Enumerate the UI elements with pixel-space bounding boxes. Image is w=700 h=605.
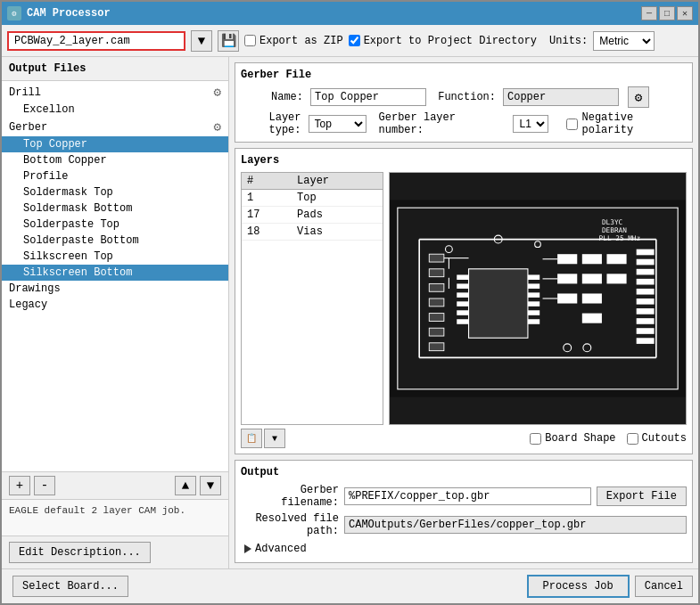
advanced-row[interactable]: Advanced [241, 541, 687, 557]
board-shape-checkbox-label[interactable]: Board Shape [530, 432, 615, 445]
process-job-button[interactable]: Process Job [527, 575, 630, 598]
negative-polarity-text: Negative polarity [581, 111, 687, 136]
negative-polarity-label[interactable]: Negative polarity [566, 111, 687, 136]
gerber-layer-number-label: Gerber layer number: [379, 111, 503, 136]
move-up-button[interactable]: ▲ [175, 476, 196, 495]
svg-rect-43 [429, 328, 444, 336]
tree-item-solderpaste-top[interactable]: Solderpaste Top [2, 217, 228, 233]
layers-section: Layers # Layer 1 [235, 148, 693, 454]
tree-item-bottom-copper[interactable]: Bottom Copper [2, 152, 228, 168]
gerber-file-section: Gerber File Name: Function: ⚙ Layer type… [235, 62, 693, 143]
layer-page-button[interactable]: 📋 [241, 429, 262, 448]
app-icon: ⚙ [7, 6, 21, 20]
table-row[interactable]: 18 Vias [242, 224, 383, 241]
layers-table-area: # Layer 1 Top 17 [241, 172, 383, 425]
svg-rect-32 [582, 254, 602, 264]
tree-category-drill[interactable]: Drill ⚙ [2, 83, 228, 102]
svg-rect-39 [429, 269, 444, 277]
cancel-button[interactable]: Cancel [635, 576, 693, 597]
export-project-checkbox-label[interactable]: Export to Project Directory [349, 35, 537, 47]
cam-processor-window: ⚙ CAM Processor ─ □ ✕ ▼ 💾 Export as ZIP … [0, 0, 700, 605]
description-area: EAGLE default 2 layer CAM job. [2, 500, 228, 536]
maximize-button[interactable]: □ [659, 6, 675, 20]
cutouts-text: Cutouts [642, 432, 687, 445]
row-num: 17 [242, 207, 292, 224]
tree-item-top-copper[interactable]: Top Copper [2, 136, 228, 152]
svg-rect-12 [637, 308, 655, 315]
row-layer: Pads [292, 207, 383, 224]
drill-gear-icon[interactable]: ⚙ [214, 85, 221, 100]
output-title: Output [241, 466, 687, 478]
units-label: Units: [549, 35, 588, 47]
gerber-name-input[interactable] [310, 88, 426, 106]
gerber-function-input [503, 88, 619, 106]
col-layer: Layer [292, 173, 383, 190]
select-board-button[interactable]: Select Board... [12, 576, 128, 597]
gerber-function-label: Function: [433, 91, 496, 103]
table-row[interactable]: 17 Pads [242, 207, 383, 224]
tree-item-soldermask-top[interactable]: Soldermask Top [2, 184, 228, 200]
export-zip-checkbox[interactable] [244, 35, 256, 46]
edit-description-button[interactable]: Edit Description... [9, 542, 151, 563]
layers-icon-row: 📋 ▼ [241, 429, 285, 448]
function-gear-icon[interactable]: ⚙ [628, 86, 649, 108]
close-button[interactable]: ✕ [677, 6, 693, 20]
tree-item-solderpaste-bottom[interactable]: Solderpaste Bottom [2, 233, 228, 249]
row-num: 18 [242, 224, 292, 241]
move-down-button[interactable]: ▼ [200, 476, 221, 495]
export-zip-label: Export as ZIP [259, 35, 343, 47]
tree-item-drawings[interactable]: Drawings [2, 281, 228, 297]
cutouts-checkbox-label[interactable]: Cutouts [627, 432, 687, 445]
tree-category-gerber[interactable]: Gerber ⚙ [2, 118, 228, 136]
gerber-layer-number-select[interactable]: L1 L2 [513, 115, 548, 133]
add-button[interactable]: + [9, 476, 30, 495]
gerber-gear-icon[interactable]: ⚙ [214, 119, 221, 135]
layers-title: Layers [241, 154, 687, 167]
layer-down-icon[interactable]: ▼ [264, 429, 285, 448]
gerber-filename-row: Gerber filename: Export File [241, 484, 687, 509]
export-file-button[interactable]: Export File [597, 486, 687, 506]
board-shape-text: Board Shape [545, 432, 615, 445]
output-section: Output Gerber filename: Export File Reso… [235, 460, 693, 563]
main-content: Output Files Drill ⚙ Excellon Gerber ⚙ T… [2, 57, 698, 568]
svg-rect-24 [528, 283, 539, 289]
svg-rect-41 [429, 298, 444, 307]
tree-item-soldermask-bottom[interactable]: Soldermask Bottom [2, 200, 228, 217]
tree-item-profile[interactable]: Profile [2, 168, 228, 184]
tree-item-silkscreen-bottom[interactable]: Silkscreen Bottom [2, 265, 228, 281]
units-select[interactable]: Metric Imperial [593, 31, 655, 51]
advanced-label: Advanced [255, 543, 307, 555]
resolved-path-label: Resolved file path: [241, 512, 339, 537]
cutouts-checkbox[interactable] [627, 433, 638, 445]
resolved-path-input [344, 516, 687, 534]
svg-rect-8 [637, 269, 655, 275]
minimize-button[interactable]: ─ [641, 6, 657, 20]
open-button[interactable]: ▼ [191, 30, 212, 52]
negative-polarity-checkbox[interactable] [566, 119, 578, 130]
svg-rect-9 [637, 279, 655, 285]
output-files-header: Output Files [2, 57, 228, 81]
svg-rect-44 [429, 343, 444, 351]
table-row[interactable]: 1 Top [242, 190, 383, 207]
gerber-name-label: Name: [241, 91, 303, 103]
svg-rect-20 [457, 301, 468, 307]
svg-rect-36 [606, 254, 626, 264]
tree-item-excellon[interactable]: Excellon [2, 102, 228, 118]
svg-rect-6 [637, 249, 655, 256]
filename-input[interactable] [7, 31, 185, 51]
layers-table: # Layer 1 Top 17 [242, 173, 383, 241]
layers-content: # Layer 1 Top 17 [241, 172, 687, 425]
gerber-filename-input[interactable] [344, 487, 591, 505]
remove-button[interactable]: - [34, 476, 55, 495]
board-shape-checkbox[interactable] [530, 433, 541, 445]
save-button[interactable]: 💾 [218, 30, 239, 52]
tree-item-legacy[interactable]: Legacy [2, 297, 228, 313]
svg-rect-31 [557, 293, 577, 303]
export-project-checkbox[interactable] [349, 35, 360, 46]
left-panel: Output Files Drill ⚙ Excellon Gerber ⚙ T… [2, 57, 229, 568]
layer-type-select[interactable]: Top Bottom [309, 115, 366, 133]
svg-rect-30 [557, 274, 577, 283]
layers-bottom: 📋 ▼ Board Shape Cutouts [241, 429, 687, 448]
export-zip-checkbox-label[interactable]: Export as ZIP [244, 35, 343, 47]
tree-item-silkscreen-top[interactable]: Silkscreen Top [2, 249, 228, 265]
